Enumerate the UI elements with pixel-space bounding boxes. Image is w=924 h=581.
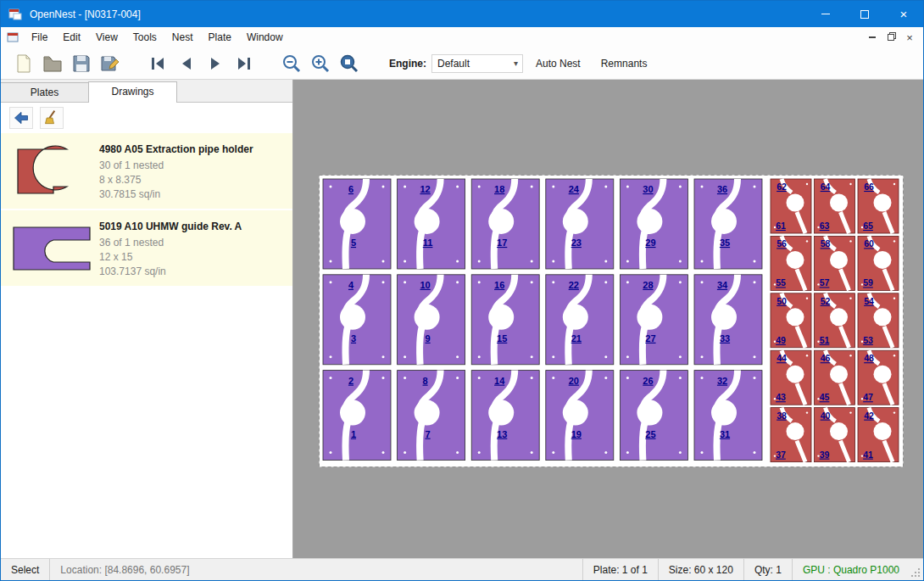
part-number: 17 bbox=[497, 237, 507, 248]
mdi-window-controls: × bbox=[864, 30, 923, 45]
nested-part-pair-purple[interactable]: 43 bbox=[323, 275, 391, 365]
drawing-size: 12 x 15 bbox=[99, 250, 289, 265]
part-number: 28 bbox=[643, 280, 653, 290]
nested-part-pair-purple[interactable]: 3029 bbox=[620, 179, 687, 269]
part-number: 64 bbox=[821, 182, 831, 192]
nested-part-pair-purple[interactable]: 1615 bbox=[471, 275, 539, 365]
next-plate-button[interactable] bbox=[201, 51, 230, 76]
part-number: 55 bbox=[776, 277, 786, 288]
drawing-list-item[interactable]: 4980 A05 Extraction pipe holder 30 of 1 … bbox=[1, 133, 292, 210]
nested-part-pair-purple[interactable]: 2625 bbox=[620, 371, 687, 461]
nested-part-pair-red[interactable]: 5857 bbox=[815, 236, 855, 290]
new-file-button[interactable] bbox=[9, 51, 38, 76]
part-number: 57 bbox=[820, 277, 830, 288]
nested-part-pair-purple[interactable]: 65 bbox=[323, 179, 391, 269]
zoom-out-button[interactable] bbox=[277, 51, 306, 76]
menu-window[interactable]: Window bbox=[239, 28, 291, 47]
mdi-close-button[interactable]: × bbox=[901, 30, 918, 45]
save-as-button[interactable] bbox=[96, 51, 125, 76]
plate-view[interactable]: 6512111817242330293635431091615222128273… bbox=[319, 175, 904, 467]
part-number: 26 bbox=[643, 376, 653, 386]
nested-part-pair-purple[interactable]: 3433 bbox=[694, 275, 762, 365]
menu-tools[interactable]: Tools bbox=[125, 28, 164, 47]
nested-part-pair-red[interactable]: 5049 bbox=[771, 293, 811, 348]
next-plate-icon bbox=[205, 53, 225, 74]
nested-part-pair-red[interactable]: 4241 bbox=[858, 408, 899, 462]
first-plate-button[interactable] bbox=[143, 51, 172, 76]
nested-part-pair-red[interactable]: 4039 bbox=[815, 408, 855, 462]
nested-part-pair-red[interactable]: 4645 bbox=[815, 350, 855, 405]
dropdown-arrow-icon[interactable]: ▾ bbox=[509, 59, 522, 68]
part-number: 46 bbox=[821, 353, 831, 363]
nested-part-pair-purple[interactable]: 1413 bbox=[471, 371, 539, 461]
remnants-button[interactable]: Remnants bbox=[593, 53, 655, 75]
nested-part-pair-purple[interactable]: 1817 bbox=[471, 179, 539, 269]
maximize-button[interactable] bbox=[845, 1, 884, 27]
minimize-button[interactable] bbox=[806, 1, 845, 27]
nested-part-pair-purple[interactable]: 2827 bbox=[620, 275, 687, 365]
menu-nest[interactable]: Nest bbox=[164, 28, 201, 47]
nested-part-pair-red[interactable]: 6463 bbox=[815, 179, 855, 233]
mdi-minimize-icon bbox=[869, 36, 876, 38]
zoom-to-fit-button[interactable] bbox=[335, 51, 364, 76]
mdi-minimize-button[interactable] bbox=[864, 30, 881, 45]
nested-part-pair-purple[interactable]: 2221 bbox=[546, 275, 614, 365]
drawing-list-item[interactable]: 5019 A10 UHMW guide Rev. A 36 of 1 neste… bbox=[1, 210, 292, 288]
nested-part-pair-purple[interactable]: 2019 bbox=[546, 371, 614, 461]
engine-dropdown[interactable]: Default ▾ bbox=[431, 54, 523, 73]
close-button[interactable]: × bbox=[884, 1, 923, 27]
mdi-restore-icon bbox=[888, 34, 894, 41]
part-number: 41 bbox=[863, 450, 873, 460]
part-number: 24 bbox=[569, 184, 580, 194]
nested-part-pair-red[interactable]: 6665 bbox=[858, 179, 899, 233]
part-number: 18 bbox=[494, 184, 504, 194]
zoom-in-button[interactable] bbox=[306, 51, 335, 76]
new-file-icon bbox=[14, 53, 34, 74]
nested-part-pair-purple[interactable]: 3231 bbox=[694, 371, 762, 461]
last-plate-button[interactable] bbox=[230, 51, 259, 76]
nested-part-pair-purple[interactable]: 2423 bbox=[546, 179, 614, 269]
nested-part-pair-red[interactable]: 5251 bbox=[815, 293, 855, 348]
auto-nest-button[interactable]: Auto Nest bbox=[528, 53, 588, 75]
nest-canvas[interactable]: 6512111817242330293635431091615222128273… bbox=[293, 80, 923, 558]
tab-plates[interactable]: Plates bbox=[0, 82, 89, 102]
nested-part-pair-purple[interactable]: 3635 bbox=[694, 179, 762, 269]
mdi-restore-button[interactable] bbox=[882, 30, 899, 45]
save-button[interactable] bbox=[67, 51, 96, 76]
nested-part-pair-purple[interactable]: 21 bbox=[323, 371, 391, 461]
nested-part-pair-red[interactable]: 6059 bbox=[858, 236, 899, 290]
nested-part-pair-purple[interactable]: 87 bbox=[398, 371, 465, 461]
nested-part-pair-purple[interactable]: 109 bbox=[398, 275, 465, 365]
part-number: 12 bbox=[420, 184, 430, 194]
part-number: 2 bbox=[348, 376, 353, 386]
drawing-name: 4980 A05 Extraction pipe holder bbox=[99, 143, 289, 155]
nested-part-pair-red[interactable]: 4443 bbox=[771, 350, 811, 405]
clean-broom-button[interactable] bbox=[40, 107, 64, 129]
part-number: 42 bbox=[864, 411, 874, 421]
open-file-button[interactable] bbox=[38, 51, 67, 76]
zoom-out-icon bbox=[281, 53, 302, 74]
return-arrow-button[interactable] bbox=[9, 107, 33, 129]
menu-edit[interactable]: Edit bbox=[55, 28, 88, 47]
part-number: 63 bbox=[820, 221, 830, 231]
tab-drawings[interactable]: Drawings bbox=[88, 81, 177, 103]
previous-plate-button[interactable] bbox=[172, 51, 201, 76]
drawing-name: 5019 A10 UHMW guide Rev. A bbox=[99, 221, 289, 232]
nested-part-pair-red[interactable]: 4847 bbox=[858, 350, 899, 405]
nested-part-pair-red[interactable]: 5655 bbox=[771, 236, 811, 290]
nested-part-pair-red[interactable]: 6261 bbox=[771, 179, 811, 233]
nested-part-pair-red[interactable]: 3837 bbox=[771, 408, 811, 462]
nested-part-pair-purple[interactable]: 1211 bbox=[398, 179, 465, 269]
drawings-toolbar bbox=[1, 103, 292, 133]
resize-grip-icon[interactable] bbox=[910, 559, 923, 580]
drawing-nested-count: 30 of 1 nested bbox=[99, 159, 289, 173]
clean-broom-icon bbox=[43, 109, 60, 126]
nested-part-pair-red[interactable]: 5453 bbox=[858, 293, 899, 348]
save-icon bbox=[71, 53, 92, 74]
menu-file[interactable]: File bbox=[24, 28, 55, 47]
menu-view[interactable]: View bbox=[88, 28, 125, 47]
document-icon[interactable] bbox=[7, 31, 19, 43]
part-number: 39 bbox=[820, 450, 830, 460]
menu-plate[interactable]: Plate bbox=[201, 28, 239, 47]
part-number: 34 bbox=[717, 280, 728, 290]
